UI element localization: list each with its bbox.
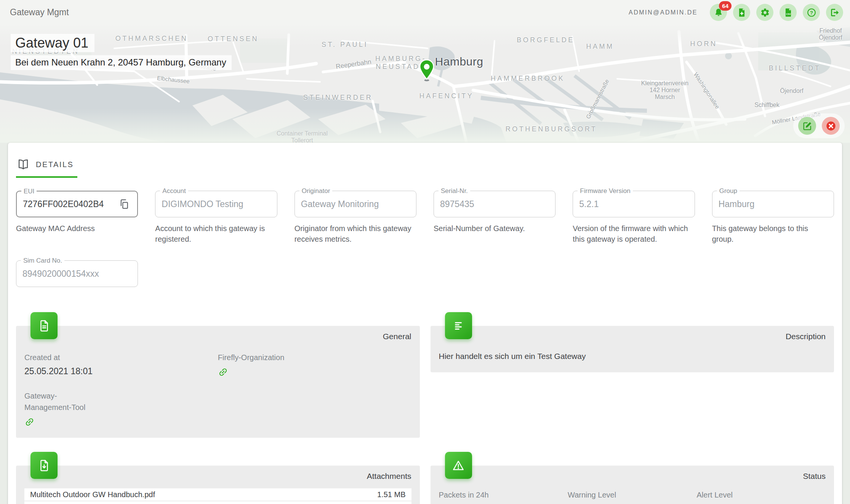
svg-text:?: ?: [810, 10, 813, 15]
packets-label: Packets in 24h: [439, 489, 568, 501]
management-tool-block: Gateway- Management-Tool: [24, 390, 218, 429]
group-value: Hamburg: [719, 199, 828, 209]
close-button[interactable]: [822, 117, 840, 135]
description-card: Description Hier handelt es sich um ein …: [431, 312, 834, 372]
pdf-file-icon: [30, 452, 58, 479]
field-simcard: Sim Card No. 8949020000154xxx: [16, 260, 138, 287]
attachment-name: Multitech Outdoor GW Handbuch.pdf: [30, 490, 155, 499]
csv-export-button[interactable]: CSV: [780, 4, 797, 21]
simcard-value: 8949020000154xxx: [22, 269, 131, 279]
gear-icon: [760, 8, 770, 18]
firmware-helper: Version of the firmware with which this …: [573, 223, 695, 244]
attachment-row[interactable]: Multitech Outdoor GW Handbuch.pdf 1.51 M…: [24, 488, 411, 501]
eui-input[interactable]: EUI 7276FF002E0402B4: [16, 191, 138, 217]
gateway-name: Gateway 01: [11, 34, 94, 52]
add-file-button[interactable]: [733, 4, 750, 21]
app-title: Gateway Mgmt: [10, 7, 69, 18]
map-pin-icon: [418, 59, 435, 83]
logout-icon: [830, 8, 840, 18]
originator-input: Originator Gateway Monitoring: [295, 191, 416, 217]
book-icon: [17, 159, 30, 170]
field-eui: EUI 7276FF002E0402B4 Gateway MAC Address: [16, 191, 138, 244]
status-card-title: Status: [439, 472, 826, 481]
account-input: Account DIGIMONDO Testing: [155, 191, 277, 217]
tab-details[interactable]: DETAILS: [16, 156, 77, 178]
file-plus-icon: [737, 8, 747, 18]
svg-text:CSV: CSV: [786, 13, 791, 15]
simcard-input: Sim Card No. 8949020000154xxx: [16, 260, 138, 287]
packets-block: Packets in 24h 0 hours: [439, 489, 568, 504]
field-originator: Originator Gateway Monitoring Originator…: [295, 191, 416, 244]
gateway-address: Bei dem Neuen Krahn 2, 20457 Hamburg, Ge…: [11, 55, 232, 70]
notification-badge: 64: [719, 1, 732, 11]
simcard-label: Sim Card No.: [21, 257, 64, 265]
help-button[interactable]: ?: [803, 4, 820, 21]
eui-value: 7276FF002E0402B4: [23, 199, 117, 209]
firefly-org-label: Firefly-Organization: [218, 352, 411, 363]
details-panel: DETAILS EUI 7276FF002E0402B4: [8, 143, 842, 504]
cards-row-2: Attachments Multitech Outdoor GW Handbuc…: [16, 452, 834, 504]
field-account: Account DIGIMONDO Testing Account to whi…: [155, 191, 277, 244]
attachments-card-body: Attachments Multitech Outdoor GW Handbuc…: [16, 466, 420, 504]
firefly-org-link-button[interactable]: [218, 367, 228, 377]
originator-helper: Originator from which this gateway recei…: [295, 223, 416, 244]
map-action-bar: [793, 113, 845, 138]
group-label: Group: [717, 187, 740, 195]
attachment-row[interactable]: Schnellstart_Guide.pdf 828.56 kB: [24, 501, 411, 504]
user-email: ADMIN@ADMIN.DE: [629, 9, 698, 16]
copy-eui-button[interactable]: [117, 197, 131, 211]
firmware-value: 5.2.1: [579, 199, 688, 209]
status-card-body: Status Packets in 24h 0 hours Warning Le…: [431, 466, 834, 504]
firmware-input: Firmware Version 5.2.1: [573, 191, 695, 217]
created-at-value: 25.05.2021 18:01: [24, 366, 218, 376]
settings-button[interactable]: [756, 4, 773, 21]
file-text-icon: [30, 312, 58, 339]
field-firmware: Firmware Version 5.2.1 Version of the fi…: [573, 191, 695, 244]
topbar-actions: ADMIN@ADMIN.DE 64 CSV: [629, 4, 843, 21]
created-at-label: Created at: [24, 352, 218, 363]
serial-input: Serial-Nr. 8975435: [434, 191, 555, 217]
description-card-title: Description: [439, 332, 826, 341]
firmware-label: Firmware Version: [578, 187, 632, 195]
link-icon: [218, 367, 228, 377]
status-card: Status Packets in 24h 0 hours Warning Le…: [431, 452, 834, 504]
link-icon: [24, 417, 35, 427]
copy-icon: [118, 198, 130, 210]
general-card-title: General: [24, 332, 411, 341]
topbar: Gateway Mgmt ADMIN@ADMIN.DE 64: [0, 0, 850, 25]
general-card-body: General Created at 25.05.2021 18:01 Gate…: [16, 326, 420, 438]
tab-details-label: DETAILS: [36, 160, 74, 169]
attachment-list: Multitech Outdoor GW Handbuch.pdf 1.51 M…: [24, 488, 411, 504]
management-tool-link-button[interactable]: [24, 417, 35, 427]
originator-label: Originator: [299, 187, 333, 195]
account-label: Account: [160, 187, 188, 195]
status-grid: Packets in 24h 0 hours Warning Level: [439, 489, 826, 504]
alert-level-label: Alert Level: [697, 489, 826, 501]
account-value: DIGIMONDO Testing: [162, 199, 271, 209]
serial-label: Serial-Nr.: [439, 187, 470, 195]
help-icon: ?: [807, 8, 816, 18]
group-input: Group Hamburg: [712, 191, 834, 217]
csv-file-icon: CSV: [783, 8, 793, 18]
created-at-block: Created at 25.05.2021 18:01 Gateway- Man…: [24, 352, 218, 429]
attachments-card-title: Attachments: [24, 472, 411, 481]
gateway-header: Gateway 01 Bei dem Neuen Krahn 2, 20457 …: [11, 34, 232, 70]
warning-triangle-icon: [445, 452, 472, 479]
edit-gateway-button[interactable]: [798, 117, 816, 135]
description-card-body: Description Hier handelt es sich um ein …: [431, 326, 834, 372]
attachment-size: 1.51 MB: [377, 490, 405, 499]
eui-helper: Gateway MAC Address: [16, 223, 138, 234]
description-text: Hier handelt es sich um ein Test Gateway: [439, 352, 826, 361]
general-grid: Created at 25.05.2021 18:01 Gateway- Man…: [24, 352, 411, 429]
notifications-button[interactable]: 64: [710, 4, 727, 21]
account-helper: Account to which this gateway is registe…: [155, 223, 277, 244]
eui-label: EUI: [21, 188, 37, 195]
attachments-card: Attachments Multitech Outdoor GW Handbuc…: [16, 452, 420, 504]
text-lines-icon: [445, 312, 472, 339]
field-serial: Serial-Nr. 8975435 Serial-Number of Gate…: [434, 191, 555, 244]
logout-button[interactable]: [826, 4, 843, 21]
serial-value: 8975435: [440, 199, 549, 209]
group-helper: This gateway belongs to this group.: [712, 223, 834, 244]
close-icon: [826, 121, 836, 131]
gateway-map[interactable]: OTHMARSCHEN OTTENSEN ST. PAULI HAMBURG- …: [0, 25, 850, 143]
